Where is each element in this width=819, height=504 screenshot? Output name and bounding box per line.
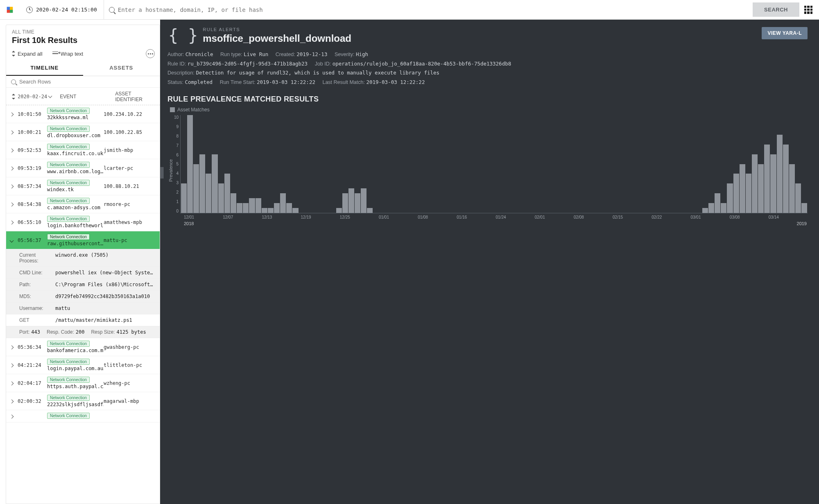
event-tag: Network Connection xyxy=(47,216,90,222)
chart-bar xyxy=(721,203,726,213)
chart-bar xyxy=(777,135,783,213)
event-tag: Network Connection xyxy=(47,180,90,186)
chart-bar xyxy=(231,193,236,213)
event-tag: Network Connection xyxy=(47,126,90,132)
wrap-text-button[interactable]: Wrap text xyxy=(52,51,83,57)
row-timestamp: 10:01:50 xyxy=(18,111,47,117)
chart-bar xyxy=(789,164,795,213)
search-rows-input[interactable] xyxy=(19,79,155,85)
event-domain: login.bankoftheworld… xyxy=(47,223,104,228)
chart-bar xyxy=(243,203,249,213)
chart-bar xyxy=(727,183,733,213)
timeline-row[interactable]: 09:53:19Network Connectionwww.airbnb.com… xyxy=(6,159,160,177)
chart-bar xyxy=(292,208,298,213)
chart-bar xyxy=(280,193,286,213)
chart-bar xyxy=(224,174,230,213)
year-end: 2019 xyxy=(797,221,807,226)
chevron-right-icon xyxy=(10,219,15,225)
timeline-row[interactable]: 10:01:50Network Connection32kkkssrewa.ml… xyxy=(6,105,160,123)
current-timestamp: 2020-02-24 02:15:00 xyxy=(36,7,97,13)
row-detail: Current Process:winword.exe (7505)CMD Li… xyxy=(6,249,160,338)
year-start: 2018 xyxy=(184,221,194,226)
chevron-right-icon xyxy=(10,183,15,189)
timeline-row[interactable]: 09:52:53Network Connectionkaax.fincruit.… xyxy=(6,141,160,159)
event-tag: Network Connection xyxy=(47,341,90,347)
event-tag: Network Connection xyxy=(47,198,90,204)
event-domain: login.paypal.com.au… xyxy=(47,366,104,371)
timeline-row[interactable]: 10:00:21Network Connectiondl.dropboxuser… xyxy=(6,123,160,141)
event-tag: Network Connection xyxy=(47,108,90,114)
event-domain: https.auth.paypal.c… xyxy=(47,384,104,389)
event-domain: kaax.fincruit.co.uk xyxy=(47,151,103,156)
clock-icon xyxy=(26,7,33,13)
column-asset-id[interactable]: ASSET IDENTIFIER xyxy=(115,91,155,102)
event-domain: windex.tk xyxy=(47,187,74,192)
chevron-right-icon xyxy=(10,147,15,153)
panel-resize-handle[interactable] xyxy=(160,167,163,179)
view-yara-button[interactable]: VIEW YARA-L xyxy=(762,27,808,39)
asset-identifier: 100.234.10.22 xyxy=(104,111,156,117)
chevron-right-icon xyxy=(10,344,15,350)
timeline-row[interactable]: Network Connection xyxy=(6,410,160,423)
timeline-row[interactable]: 08:57:34Network Connectionwindex.tk100.8… xyxy=(6,177,160,195)
asset-identifier: 100.100.22.85 xyxy=(104,129,156,135)
results-panel: ALL TIME First 10k Results Expand all Wr… xyxy=(6,25,160,504)
timeline-row[interactable]: 02:00:32Network Connection22232slkjsdflj… xyxy=(6,392,160,410)
chart-bar xyxy=(193,164,199,213)
event-domain: dl.dropboxuser.com xyxy=(47,133,100,138)
event-domain: bankofamerica.com.ml xyxy=(47,348,104,353)
asset-identifier: 100.88.10.21 xyxy=(104,183,156,189)
search-icon xyxy=(109,7,115,13)
column-event[interactable]: EVENT xyxy=(60,94,115,99)
asset-identifier: rmoore-pc xyxy=(104,201,156,207)
chart-bar xyxy=(795,183,801,213)
timeline-row[interactable]: 08:54:38Network Connectionc.amazon-adsys… xyxy=(6,195,160,213)
timeline-row[interactable]: 05:36:34Network Connectionbankofamerica.… xyxy=(6,338,160,356)
chart-bar xyxy=(758,164,764,213)
search-button[interactable]: SEARCH xyxy=(753,2,799,17)
chart-bar xyxy=(702,208,708,213)
chevron-right-icon xyxy=(10,129,15,135)
chart-bar xyxy=(268,208,274,213)
chart-bar xyxy=(342,193,348,213)
expand-all-button[interactable]: Expand all xyxy=(11,51,43,57)
more-options-button[interactable] xyxy=(146,49,155,58)
asset-identifier: mattu-pc xyxy=(104,237,156,243)
expand-icon[interactable] xyxy=(11,94,15,99)
timeline-row[interactable]: 06:55:10Network Connectionlogin.bankofth… xyxy=(6,213,160,231)
chart-bar xyxy=(361,188,367,213)
event-tag: Network Connection xyxy=(47,359,90,365)
row-timestamp: 06:55:10 xyxy=(18,219,47,225)
download-icon xyxy=(48,94,52,98)
chevron-right-icon xyxy=(10,380,15,386)
tab-timeline[interactable]: TIMELINE xyxy=(6,61,83,76)
global-search-input[interactable] xyxy=(118,7,748,13)
column-date[interactable]: 2020-02-24 xyxy=(18,94,52,99)
event-domain: 22232slkjsdfljsasdf… xyxy=(47,402,104,407)
chart-bar xyxy=(206,174,211,213)
row-timestamp: 09:53:19 xyxy=(18,165,47,171)
chart-title: RULE PREVALENCE MATCHED RESULTS xyxy=(167,95,808,104)
tab-assets[interactable]: ASSETS xyxy=(83,61,160,76)
chart-bar xyxy=(286,203,292,213)
row-timestamp: 05:36:34 xyxy=(18,344,47,350)
timeline-row[interactable]: 02:04:17Network Connectionhttps.auth.pay… xyxy=(6,374,160,392)
timeline-row[interactable]: 05:56:37Network Connectionraw.githubuser… xyxy=(6,231,160,249)
apps-menu-icon[interactable] xyxy=(804,6,812,14)
chart-bar xyxy=(746,174,751,213)
event-domain: raw.githubusercont… xyxy=(47,241,103,246)
row-timestamp: 02:00:32 xyxy=(18,398,47,404)
app-logo[interactable] xyxy=(0,5,20,14)
chevron-right-icon xyxy=(10,111,15,117)
timeline-row[interactable]: 04:21:24Network Connectionlogin.paypal.c… xyxy=(6,356,160,374)
event-tag: Network Connection xyxy=(47,234,90,240)
chart-bar xyxy=(715,193,720,213)
event-tag: Network Connection xyxy=(47,413,90,419)
chart-bar xyxy=(249,198,255,213)
row-timestamp: 04:21:24 xyxy=(18,362,47,368)
chevron-right-icon xyxy=(10,398,15,404)
chart-bar xyxy=(212,154,217,213)
results-title: First 10k Results xyxy=(12,36,154,45)
chart-bar xyxy=(237,203,242,213)
time-selector[interactable]: 2020-02-24 02:15:00 xyxy=(20,0,104,19)
